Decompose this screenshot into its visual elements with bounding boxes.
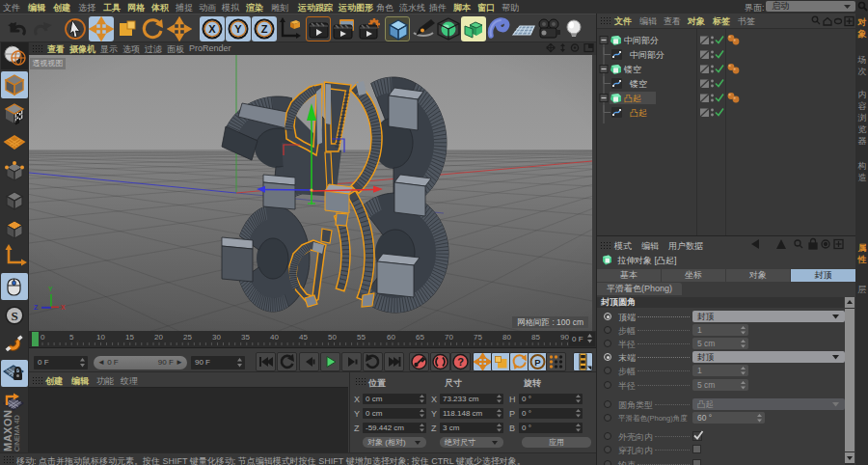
svg-text:P: P bbox=[534, 357, 541, 368]
svg-text:S: S bbox=[11, 309, 17, 323]
svg-text:Y: Y bbox=[234, 23, 242, 35]
svg-text:?: ? bbox=[457, 356, 464, 368]
svg-text:X: X bbox=[208, 23, 216, 35]
svg-text:Z: Z bbox=[261, 23, 268, 35]
